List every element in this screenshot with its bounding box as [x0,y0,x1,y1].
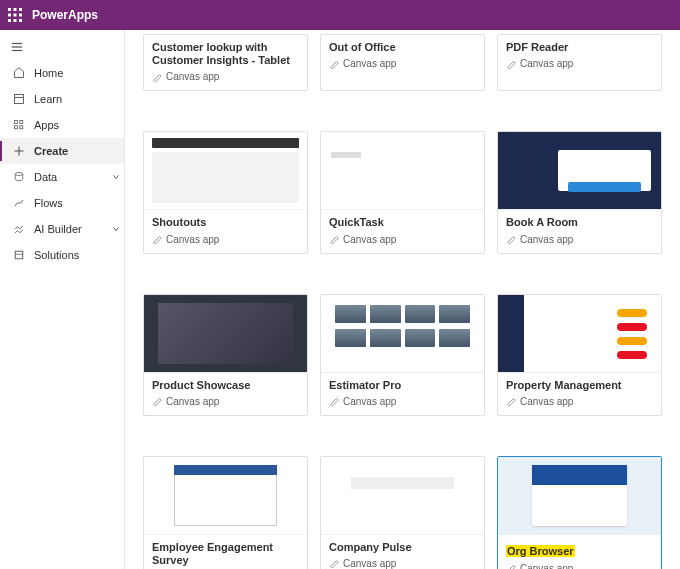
app-template-card[interactable]: PDF ReaderCanvas app [497,34,662,91]
app-type: Canvas app [329,396,476,407]
app-type: Canvas app [506,396,653,407]
app-thumbnail [498,132,661,210]
sidebar-item-label: Learn [28,93,124,105]
app-title: Book A Room [506,216,653,229]
data-icon [10,171,28,183]
sidebar-item-label: Flows [28,197,124,209]
app-type-label: Canvas app [166,396,219,407]
chevron-down-icon [108,173,124,181]
app-template-card[interactable]: Book A RoomCanvas app [497,131,662,253]
app-type: Canvas app [152,71,299,82]
app-template-card[interactable]: Property ManagementCanvas app [497,294,662,416]
home-icon [10,67,28,79]
app-title: Customer lookup with Customer Insights -… [152,41,299,67]
sidebar-item-apps[interactable]: Apps [0,112,124,138]
sidebar-item-create[interactable]: Create [0,138,124,164]
svg-rect-14 [15,121,18,124]
app-type: Canvas app [329,234,476,245]
app-type-label: Canvas app [343,234,396,245]
sidebar-item-label: Solutions [28,249,124,261]
app-type: Canvas app [152,396,299,407]
learn-icon [10,93,28,105]
app-template-card[interactable]: Employee Engagement SurveyCanvas app [143,456,308,569]
global-header: PowerApps [0,0,680,30]
app-title: Company Pulse [329,541,476,554]
app-thumbnail [321,132,484,210]
apps-icon [10,119,28,131]
app-type-label: Canvas app [520,396,573,407]
sidebar-item-ai-builder[interactable]: AI Builder [0,216,124,242]
app-title: Estimator Pro [329,379,476,392]
chevron-down-icon [108,225,124,233]
collapse-nav-button[interactable] [0,34,124,60]
brand-name[interactable]: PowerApps [30,8,98,22]
app-template-card[interactable]: Estimator ProCanvas app [320,294,485,416]
app-thumbnail [144,295,307,373]
sidebar-item-learn[interactable]: Learn [0,86,124,112]
sidebar-item-label: Apps [28,119,124,131]
app-type-label: Canvas app [166,71,219,82]
app-type-label: Canvas app [520,58,573,69]
svg-rect-2 [19,8,22,11]
svg-rect-1 [14,8,17,11]
app-title: Org Browser [506,545,575,557]
app-type: Canvas app [506,234,653,245]
app-thumbnail [321,295,484,373]
sidebar-item-solutions[interactable]: Solutions [0,242,124,268]
app-type-label: Canvas app [343,58,396,69]
app-thumbnail [321,457,484,535]
app-type: Canvas app [152,234,299,245]
app-type-label: Canvas app [520,234,573,245]
app-title: Product Showcase [152,379,299,392]
solutions-icon [10,249,28,261]
svg-rect-12 [15,95,24,104]
app-thumbnail [498,295,661,373]
svg-rect-8 [19,19,22,22]
svg-rect-16 [15,126,18,129]
app-template-card[interactable]: ShoutoutsCanvas app [143,131,308,253]
sidebar-item-label: Home [28,67,124,79]
app-thumbnail [144,132,307,210]
app-type: Canvas app [329,58,476,69]
svg-rect-7 [14,19,17,22]
flows-icon [10,197,28,209]
app-thumbnail [498,457,661,535]
create-icon [10,145,28,157]
svg-rect-17 [20,126,23,129]
svg-rect-0 [8,8,11,11]
svg-rect-15 [20,121,23,124]
app-template-card[interactable]: Org BrowserCanvas app [497,456,662,569]
app-type-label: Canvas app [520,563,573,569]
sidebar-item-data[interactable]: Data [0,164,124,190]
app-thumbnail [144,457,307,535]
app-template-card[interactable]: QuickTaskCanvas app [320,131,485,253]
main-content: Customer lookup with Customer Insights -… [125,30,680,569]
app-type: Canvas app [506,563,653,569]
app-title: Property Management [506,379,653,392]
app-template-card[interactable]: Company PulseCanvas app [320,456,485,569]
app-type: Canvas app [506,58,653,69]
ai-icon [10,223,28,235]
sidebar-item-label: Create [28,145,124,157]
svg-rect-4 [14,14,17,17]
app-template-card[interactable]: Out of OfficeCanvas app [320,34,485,91]
sidebar-item-label: AI Builder [28,223,108,235]
app-template-card[interactable]: Customer lookup with Customer Insights -… [143,34,308,91]
sidebar-item-label: Data [28,171,108,183]
sidebar: HomeLearnAppsCreateDataFlowsAI BuilderSo… [0,30,125,569]
svg-rect-5 [19,14,22,17]
app-title: QuickTask [329,216,476,229]
app-type: Canvas app [329,558,476,569]
svg-rect-21 [15,251,23,259]
app-title: Employee Engagement Survey [152,541,299,567]
app-type-label: Canvas app [166,234,219,245]
app-title: PDF Reader [506,41,653,54]
app-launcher-icon[interactable] [0,0,30,30]
sidebar-item-home[interactable]: Home [0,60,124,86]
app-title: Shoutouts [152,216,299,229]
app-template-card[interactable]: Product ShowcaseCanvas app [143,294,308,416]
sidebar-item-flows[interactable]: Flows [0,190,124,216]
app-title: Out of Office [329,41,476,54]
svg-rect-3 [8,14,11,17]
svg-rect-6 [8,19,11,22]
